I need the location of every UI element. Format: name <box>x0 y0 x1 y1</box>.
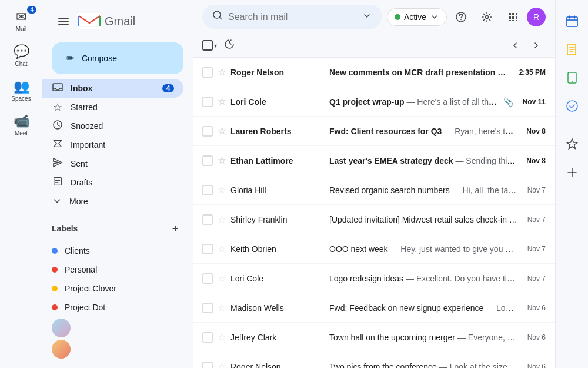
email-checkbox[interactable] <box>202 332 213 343</box>
sent-icon <box>52 157 64 171</box>
email-timestamp: Nov 11 <box>523 98 546 106</box>
email-star-icon[interactable]: ☆ <box>218 125 226 137</box>
email-star-icon[interactable]: ☆ <box>218 155 226 166</box>
label-clients[interactable]: Clients <box>42 241 183 260</box>
hamburger-menu[interactable] <box>52 9 75 33</box>
email-checkbox[interactable] <box>202 244 213 254</box>
email-checkbox[interactable] <box>202 185 213 195</box>
prev-page-button[interactable] <box>506 36 524 55</box>
nav-item-starred[interactable]: ☆ Starred <box>42 98 183 117</box>
email-row[interactable]: ☆ Lori Cole Q1 project wrap-up — Here's … <box>193 87 555 117</box>
nav-item-inbox[interactable]: Inbox 4 <box>42 79 183 98</box>
email-snippet: — Hi, all–the table below contains the r… <box>452 185 518 195</box>
nav-item-drafts[interactable]: Drafts <box>42 173 183 192</box>
label-project-clover[interactable]: Project Clover <box>42 279 183 298</box>
email-star-icon[interactable]: ☆ <box>218 273 226 284</box>
email-checkbox[interactable] <box>202 97 213 107</box>
right-panel-phone[interactable] <box>560 66 584 89</box>
snoozed-icon <box>52 120 64 133</box>
help-button[interactable] <box>449 5 473 29</box>
email-row[interactable]: ☆ Gloria Hill Revised organic search num… <box>193 175 555 205</box>
email-checkbox[interactable] <box>202 214 213 225</box>
labels-title: Labels <box>52 224 78 233</box>
select-all-checkbox[interactable] <box>202 40 213 51</box>
email-row[interactable]: ☆ Jeffrey Clark Town hall on the upcomin… <box>193 323 555 352</box>
sidebar-item-mail[interactable]: ✉ Mail 4 <box>5 5 38 37</box>
personal-dot <box>52 267 58 273</box>
email-star-icon[interactable]: ☆ <box>218 214 226 225</box>
email-checkbox[interactable] <box>202 273 213 284</box>
right-panel-starred[interactable] <box>560 132 584 156</box>
apps-icon <box>507 11 519 23</box>
sidebar-item-chat[interactable]: 💬 Chat <box>5 39 38 72</box>
right-panel-add[interactable] <box>560 161 584 184</box>
right-panel-calendar[interactable] <box>560 9 584 33</box>
personal-label: Personal <box>65 265 97 274</box>
email-subject: Q1 project wrap-up <box>329 97 405 107</box>
email-checkbox[interactable] <box>202 155 213 166</box>
email-row[interactable]: ☆ Madison Wells Fwd: Feedback on new sig… <box>193 293 555 323</box>
next-page-button[interactable] <box>527 36 546 55</box>
settings-button[interactable] <box>475 5 499 29</box>
compose-button[interactable]: ✏ Compose <box>52 42 183 74</box>
email-subject: New comments on MCR draft presentation <box>329 68 495 77</box>
apps-button[interactable] <box>501 5 524 29</box>
inbox-icon <box>52 81 64 96</box>
active-status-button[interactable]: Active <box>387 8 447 26</box>
email-row[interactable]: ☆ Roger Nelson New comments on MCR draft… <box>193 58 555 87</box>
email-row[interactable]: ☆ Ethan Lattimore Last year's EMEA strat… <box>193 146 555 175</box>
important-label: Important <box>71 140 174 150</box>
email-row[interactable]: ☆ Keith Obrien OOO next week — Hey, just… <box>193 234 555 264</box>
inbox-label: Inbox <box>71 84 155 93</box>
email-star-icon[interactable]: ☆ <box>218 361 226 368</box>
sidebar-item-meet[interactable]: 📹 Meet <box>5 109 38 141</box>
svg-point-10 <box>486 15 489 18</box>
search-container[interactable] <box>202 5 382 29</box>
email-star-icon[interactable]: ☆ <box>218 67 226 78</box>
email-checkbox[interactable] <box>202 67 213 78</box>
refresh-button[interactable] <box>222 37 237 55</box>
pagination-arrows <box>506 36 546 55</box>
email-row[interactable]: ☆ Shirley Franklin [Updated invitation] … <box>193 205 555 234</box>
nav-item-snoozed[interactable]: Snoozed <box>42 117 183 135</box>
search-dropdown-icon[interactable] <box>361 10 373 24</box>
email-sender: Roger Nelson <box>230 68 325 77</box>
email-row[interactable]: ☆ Lori Cole Logo redesign ideas — Excell… <box>193 264 555 293</box>
active-status-dot <box>395 14 400 20</box>
email-star-icon[interactable]: ☆ <box>218 243 226 254</box>
search-input[interactable] <box>228 12 356 22</box>
email-star-icon[interactable]: ☆ <box>218 96 226 107</box>
sidebar-item-spaces[interactable]: 👥 Spaces <box>5 74 38 107</box>
email-subject: Fwd: Client resources for Q3 <box>329 127 442 136</box>
email-checkbox[interactable] <box>202 126 213 137</box>
svg-rect-1 <box>58 21 69 22</box>
add-label-button[interactable]: + <box>167 220 183 237</box>
nav-item-important[interactable]: Important <box>42 135 183 154</box>
email-timestamp: Nov 7 <box>527 245 546 253</box>
user-avatar[interactable]: R <box>527 8 546 26</box>
select-all-group: ▾ <box>202 40 217 51</box>
bottom-avatar-1[interactable] <box>52 319 71 337</box>
attachment-icon: 📎 <box>503 97 513 107</box>
email-checkbox[interactable] <box>202 362 213 369</box>
email-checkbox[interactable] <box>202 303 213 313</box>
right-panel-tasks[interactable] <box>560 94 584 118</box>
email-star-icon[interactable]: ☆ <box>218 184 226 195</box>
email-star-icon[interactable]: ☆ <box>218 302 226 313</box>
email-star-icon[interactable]: ☆ <box>218 331 226 343</box>
label-personal[interactable]: Personal <box>42 260 183 279</box>
email-row[interactable]: ☆ Lauren Roberts Fwd: Client resources f… <box>193 117 555 146</box>
email-row[interactable]: ☆ Roger Nelson Two pics from the confere… <box>193 352 555 368</box>
nav-item-sent[interactable]: Sent <box>42 154 183 173</box>
side-navigation: ✉ Mail 4 💬 Chat 👥 Spaces 📹 Meet <box>0 0 42 368</box>
svg-point-9 <box>460 19 462 20</box>
more-nav-label: More <box>69 197 88 206</box>
right-panel-notes[interactable] <box>560 38 584 61</box>
nav-item-more[interactable]: More <box>42 192 183 211</box>
svg-rect-18 <box>512 20 514 21</box>
email-subject: Logo redesign ideas <box>329 274 403 283</box>
bottom-avatar-2[interactable] <box>52 340 71 359</box>
select-dropdown-arrow[interactable]: ▾ <box>214 42 217 49</box>
drafts-label: Drafts <box>71 178 174 187</box>
label-project-dot[interactable]: Project Dot <box>42 298 183 314</box>
